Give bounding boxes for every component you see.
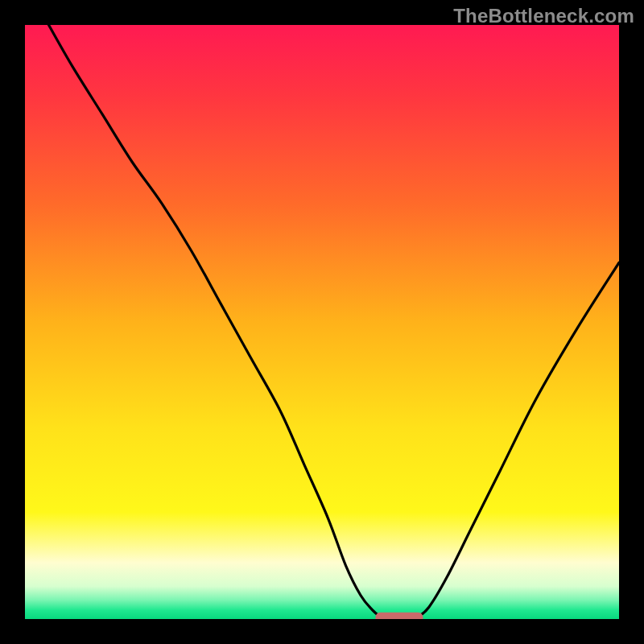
outer-frame: TheBottleneck.com: [0, 0, 644, 644]
bottleneck-chart: [25, 25, 619, 619]
watermark-text: TheBottleneck.com: [453, 5, 634, 27]
gradient-background: [25, 25, 619, 619]
plot-area: [25, 25, 619, 619]
optimum-marker: [375, 613, 423, 619]
